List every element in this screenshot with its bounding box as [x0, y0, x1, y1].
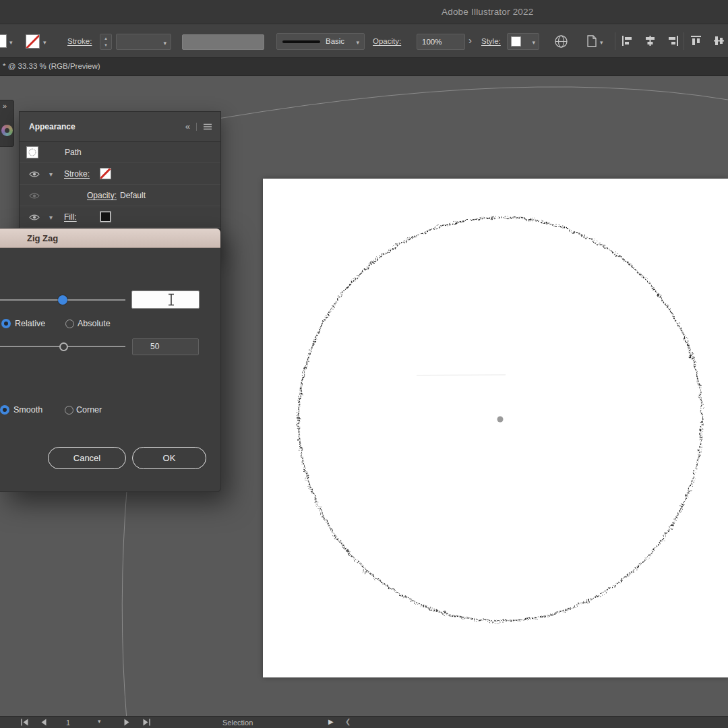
appearance-row-opacity[interactable]: Opacity: Default — [20, 185, 220, 206]
relative-radio-label[interactable]: Relative — [15, 319, 45, 328]
style-swatch — [511, 36, 521, 47]
document-tab[interactable]: * @ 33.33 % (RGB/Preview) — [3, 62, 100, 70]
chevron-down-icon[interactable]: ▾ — [163, 40, 166, 47]
artboard-number-field[interactable]: 1 — [66, 719, 70, 727]
toolbar-divider — [684, 32, 684, 50]
fill-black-swatch[interactable] — [100, 211, 111, 222]
status-play-icon[interactable]: ▶ — [328, 718, 334, 725]
absolute-radio-label[interactable]: Absolute — [78, 319, 111, 328]
stroke-none-swatch[interactable] — [26, 34, 40, 49]
panel-dock-strip: » — [0, 100, 14, 147]
status-tool-label[interactable]: Selection — [222, 719, 253, 727]
opacity-label[interactable]: Opacity: — [373, 37, 401, 45]
zigzag-dialog: Zig Zag Relative Absolute 50 Smooth Corn… — [0, 228, 221, 492]
smooth-radio-label[interactable]: Smooth — [13, 405, 42, 415]
chevron-down-icon[interactable]: ▾ — [356, 39, 359, 46]
visibility-eye-icon[interactable] — [29, 192, 40, 200]
stroke-weight-label[interactable]: Stroke: — [67, 37, 92, 45]
stroke-profile-preview — [282, 40, 320, 43]
zigzag-circle-artwork — [263, 179, 728, 677]
previous-artboard-icon[interactable] — [40, 719, 47, 726]
ridges-slider-knob[interactable] — [59, 342, 68, 351]
app-title: Adobe Illustrator 2022 — [442, 7, 534, 17]
collapse-panel-icon[interactable]: « — [185, 121, 190, 131]
path-row-label: Path — [65, 148, 82, 157]
appearance-row-fill[interactable]: ▾ Fill: — [20, 206, 220, 228]
next-artboard-icon[interactable] — [123, 719, 130, 726]
stepper-up-icon[interactable]: ▴ — [100, 34, 111, 42]
chevron-down-icon[interactable]: ▾ — [9, 39, 13, 46]
size-slider-knob[interactable] — [58, 295, 67, 305]
first-artboard-icon[interactable] — [20, 719, 29, 726]
fill-swatch-cut[interactable] — [0, 34, 7, 48]
size-input[interactable] — [131, 291, 200, 309]
vertical-align-center-icon[interactable] — [713, 35, 725, 47]
opacity-row-value: Default — [120, 191, 146, 200]
corner-radio[interactable] — [65, 406, 73, 415]
opacity-field[interactable]: 100% — [417, 34, 465, 50]
align-center-icon[interactable] — [644, 35, 656, 47]
appearance-row-stroke[interactable]: ▾ Stroke: — [20, 163, 220, 185]
absolute-radio[interactable] — [65, 320, 74, 328]
chevron-down-icon[interactable]: ▾ — [43, 39, 47, 46]
vertical-align-top-icon[interactable] — [690, 35, 702, 47]
fill-row-label[interactable]: Fill: — [64, 212, 77, 222]
control-bar: ▾ ▾ Stroke: ▴ ▾ ▾ Basic ▾ Opacity: 100% … — [0, 24, 728, 58]
visibility-eye-icon[interactable] — [29, 214, 40, 221]
circle-center-point — [497, 417, 504, 423]
cancel-button[interactable]: Cancel — [48, 447, 126, 469]
expand-panels-icon[interactable]: » — [3, 102, 7, 110]
align-left-icon[interactable] — [621, 35, 633, 47]
opacity-row-label[interactable]: Opacity: — [87, 191, 117, 200]
panel-menu-icon[interactable] — [203, 123, 212, 130]
ok-button[interactable]: OK — [132, 447, 206, 469]
style-label[interactable]: Style: — [481, 37, 501, 45]
zigzag-dialog-header: Zig Zag — [0, 229, 220, 248]
brush-definition-dropdown[interactable] — [182, 34, 264, 50]
document-setup-icon[interactable] — [585, 34, 598, 48]
status-bar: 1 ▾ Selection ▶ ❮ — [0, 716, 728, 728]
variable-width-profile-dropdown[interactable]: Basic ▾ — [276, 33, 365, 50]
profile-value: Basic — [326, 37, 344, 45]
header-divider — [196, 123, 197, 131]
chevron-down-icon[interactable]: ▾ — [532, 39, 535, 46]
appearance-panel-title: Appearance — [29, 122, 75, 131]
artboard-dropdown-icon[interactable]: ▾ — [98, 718, 101, 725]
status-back-icon[interactable]: ❮ — [345, 718, 351, 725]
zigzag-dialog-title: Zig Zag — [27, 233, 58, 243]
expand-row-icon[interactable]: ▾ — [49, 171, 53, 178]
color-wheel-icon[interactable] — [1, 125, 13, 136]
smooth-radio[interactable] — [0, 405, 9, 415]
appearance-panel-header: Appearance « — [20, 112, 220, 142]
title-bar: Adobe Illustrator 2022 — [0, 0, 728, 24]
appearance-row-path[interactable]: Path — [20, 142, 220, 163]
ibeam-cursor-icon — [167, 293, 175, 306]
style-dropdown[interactable]: ▾ — [507, 33, 539, 50]
opacity-flyout-icon[interactable]: › — [468, 34, 472, 46]
stepper-down-icon[interactable]: ▾ — [100, 42, 111, 48]
illustrator-window: Adobe Illustrator 2022 ▾ ▾ Stroke: ▴ ▾ ▾… — [0, 0, 728, 728]
toolbar-divider — [615, 32, 615, 50]
stroke-none-swatch[interactable] — [100, 168, 111, 179]
path-thumbnail — [26, 146, 38, 158]
artboard[interactable] — [263, 179, 728, 677]
visibility-eye-icon[interactable] — [29, 171, 40, 178]
ridges-input[interactable]: 50 — [132, 338, 199, 355]
last-artboard-icon[interactable] — [142, 719, 151, 726]
expand-row-icon[interactable]: ▾ — [49, 214, 53, 221]
stroke-weight-dropdown[interactable]: ▾ — [116, 34, 171, 50]
stroke-row-label[interactable]: Stroke: — [64, 169, 90, 179]
stroke-weight-stepper[interactable]: ▴ ▾ — [100, 34, 112, 50]
document-tab-bar: * @ 33.33 % (RGB/Preview) — [0, 58, 728, 76]
globe-icon[interactable] — [554, 34, 568, 49]
chevron-down-icon[interactable]: ▾ — [600, 39, 603, 46]
align-right-icon[interactable] — [667, 35, 679, 47]
corner-radio-label[interactable]: Corner — [76, 405, 102, 415]
relative-radio[interactable] — [1, 319, 11, 328]
